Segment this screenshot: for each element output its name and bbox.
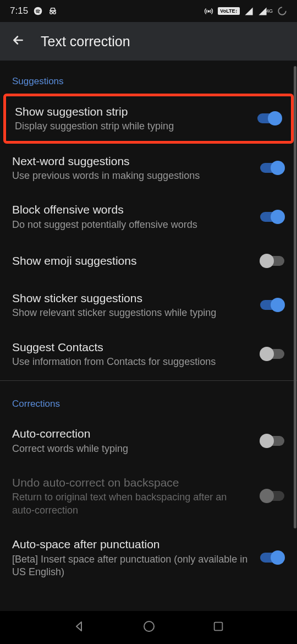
svg-rect-6 (215, 623, 223, 631)
section-header-corrections: Corrections (0, 383, 297, 416)
nav-recent-icon[interactable] (212, 620, 224, 635)
setting-subtitle: Do not suggest potentially offensive wor… (12, 219, 249, 231)
toggle-undo-auto-correct (260, 489, 285, 503)
toggle-block-offensive-words[interactable] (260, 210, 285, 224)
setting-auto-space-punctuation[interactable]: Auto-space after punctuation [Beta] Inse… (0, 527, 297, 588)
status-right: VoLTE↕ 4G (204, 6, 287, 16)
page-title: Text correction (41, 34, 130, 50)
toggle-show-sticker-suggestions[interactable] (260, 298, 285, 312)
setting-text: Auto-space after punctuation [Beta] Inse… (12, 537, 260, 578)
svg-point-3 (208, 10, 210, 12)
setting-title: Show sticker suggestions (12, 291, 249, 305)
svg-point-5 (144, 621, 154, 631)
status-left: 7:15 (10, 6, 58, 17)
setting-text: Show emoji suggestions (12, 253, 260, 268)
setting-text: Auto-correction Correct words while typi… (12, 426, 260, 455)
setting-block-offensive-words[interactable]: Block offensive words Do not suggest pot… (0, 192, 297, 241)
setting-subtitle: Show relevant sticker suggestions while … (12, 307, 249, 319)
setting-title: Auto-correction (12, 426, 249, 441)
status-bar: 7:15 VoLTE↕ 4G (0, 0, 297, 22)
setting-next-word-suggestions[interactable]: Next-word suggestions Use previous words… (0, 144, 297, 193)
toggle-auto-space-punctuation[interactable] (260, 550, 285, 565)
setting-auto-correction[interactable]: Auto-correction Correct words while typi… (0, 416, 297, 465)
setting-title: Next-word suggestions (12, 154, 249, 168)
signal-4g-icon: 4G (258, 7, 273, 16)
navigation-bar (0, 611, 297, 644)
setting-show-suggestion-strip[interactable]: Show suggestion strip Display suggestion… (6, 96, 291, 141)
setting-subtitle: Correct words while typing (12, 443, 249, 455)
setting-title: Suggest Contacts (12, 340, 249, 354)
setting-subtitle: Display suggestion strip while typing (15, 120, 246, 133)
svg-point-4 (278, 7, 286, 15)
divider (0, 380, 297, 381)
toggle-suggest-contacts[interactable] (260, 347, 285, 361)
setting-text: Next-word suggestions Use previous words… (12, 154, 260, 183)
spotify-icon (34, 7, 42, 15)
setting-suggest-contacts[interactable]: Suggest Contacts Use information from Co… (0, 330, 297, 379)
setting-text: Suggest Contacts Use information from Co… (12, 340, 260, 369)
setting-subtitle: Return to original text when backspacing… (12, 491, 249, 517)
setting-text: Block offensive words Do not suggest pot… (12, 202, 260, 231)
app-bar: Text correction (0, 22, 297, 61)
setting-subtitle: Use previous words in making suggestions (12, 170, 249, 182)
setting-show-emoji-suggestions[interactable]: Show emoji suggestions (0, 241, 297, 281)
setting-title: Block offensive words (12, 202, 249, 217)
section-header-suggestions: Suggestions (0, 61, 297, 94)
nav-back-icon[interactable] (73, 620, 86, 635)
toggle-next-word-suggestions[interactable] (260, 161, 285, 175)
setting-subtitle: [Beta] Insert space after punctuation (o… (12, 553, 249, 579)
content: Suggestions Show suggestion strip Displa… (0, 61, 297, 588)
setting-text: Undo auto-correct on backspace Return to… (12, 475, 260, 517)
setting-title: Undo auto-correct on backspace (12, 475, 249, 490)
setting-title: Show suggestion strip (15, 104, 246, 119)
incognito-icon (48, 6, 58, 16)
toggle-show-suggestion-strip[interactable] (257, 111, 282, 125)
setting-title: Show emoji suggestions (12, 253, 249, 268)
svg-point-1 (50, 12, 53, 14)
setting-undo-auto-correct: Undo auto-correct on backspace Return to… (0, 465, 297, 527)
toggle-auto-correction[interactable] (260, 434, 285, 448)
nav-home-icon[interactable] (142, 620, 156, 635)
scroll-indicator[interactable] (294, 66, 296, 528)
toggle-show-emoji-suggestions[interactable] (260, 254, 285, 268)
setting-show-sticker-suggestions[interactable]: Show sticker suggestions Show relevant s… (0, 281, 297, 330)
signal-icon (244, 7, 254, 16)
svg-point-2 (53, 12, 56, 14)
setting-subtitle: Use information from Contacts for sugges… (12, 356, 249, 368)
back-icon[interactable] (11, 33, 25, 50)
setting-text: Show suggestion strip Display suggestion… (15, 104, 257, 133)
volte-badge: VoLTE↕ (218, 7, 240, 15)
setting-title: Auto-space after punctuation (12, 537, 249, 552)
loading-icon (277, 6, 287, 16)
hotspot-icon (204, 7, 213, 16)
highlight-annotation: Show suggestion strip Display suggestion… (3, 94, 294, 144)
setting-text: Show sticker suggestions Show relevant s… (12, 291, 260, 320)
status-time: 7:15 (10, 6, 28, 17)
